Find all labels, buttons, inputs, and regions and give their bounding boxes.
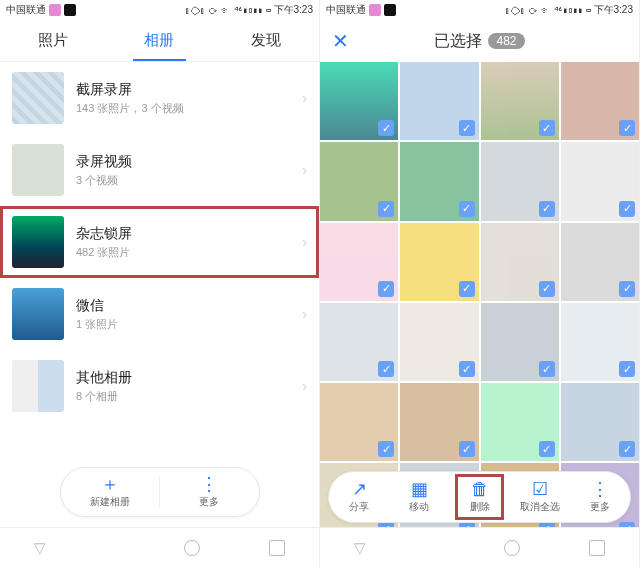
selected-check-icon: ✓ — [619, 522, 635, 528]
album-item[interactable]: 其他相册8 个相册› — [0, 350, 319, 422]
app-badge-icon — [369, 4, 381, 16]
nav-expand-icon[interactable]: ▽ — [34, 539, 46, 557]
deselect-all-button[interactable]: ☑ 取消全选 — [510, 472, 570, 522]
move-button[interactable]: ▦ 移动 — [389, 472, 449, 522]
top-tab-bar: 照片 相册 发现 — [0, 20, 319, 62]
album-name: 截屏录屏 — [76, 81, 290, 99]
photo-cell[interactable]: ✓ — [481, 62, 559, 140]
phone-right-selection-screen: 中国联通 ⫾◯⫾ ⟳ ᯤ ⁴⁶▮▯▮▮ ▭ 下午3:23 ✕ 已选择 482 ✓… — [320, 0, 640, 567]
album-thumbnail — [12, 144, 64, 196]
photo-cell[interactable]: ✓ — [320, 383, 398, 461]
album-thumbnail — [12, 288, 64, 340]
plus-icon: ＋ — [101, 475, 119, 493]
nav-recents-icon[interactable] — [589, 540, 605, 556]
album-subtitle: 1 张照片 — [76, 317, 290, 332]
carrier-label: 中国联通 — [326, 3, 366, 17]
album-item[interactable]: 微信1 张照片› — [0, 278, 319, 350]
tab-albums[interactable]: 相册 — [106, 21, 212, 60]
selected-check-icon: ✓ — [539, 441, 555, 457]
move-label: 移动 — [409, 500, 429, 514]
chevron-right-icon: › — [302, 306, 307, 322]
selected-check-icon: ✓ — [459, 361, 475, 377]
photo-cell[interactable]: ✓ — [481, 383, 559, 461]
album-thumbnail — [12, 360, 64, 412]
photo-cell[interactable]: ✓ — [400, 223, 478, 301]
album-subtitle: 482 张照片 — [76, 245, 290, 260]
photo-cell[interactable]: ✓ — [320, 142, 398, 220]
album-thumbnail — [12, 72, 64, 124]
photo-cell[interactable]: ✓ — [320, 223, 398, 301]
nav-expand-icon[interactable]: ▽ — [354, 539, 366, 557]
album-subtitle: 3 个视频 — [76, 173, 290, 188]
chevron-right-icon: › — [302, 162, 307, 178]
album-info: 微信1 张照片 — [76, 297, 290, 332]
photo-cell[interactable]: ✓ — [561, 142, 639, 220]
new-album-button[interactable]: ＋ 新建相册 — [61, 468, 160, 516]
photo-grid: ✓✓✓✓✓✓✓✓✓✓✓✓✓✓✓✓✓✓✓✓✓✓✓✓ — [320, 62, 639, 527]
more-button[interactable]: ⋮ 更多 — [570, 472, 630, 522]
selected-check-icon: ✓ — [619, 441, 635, 457]
album-info: 其他相册8 个相册 — [76, 369, 290, 404]
share-label: 分享 — [349, 500, 369, 514]
selected-check-icon: ✓ — [459, 120, 475, 136]
selected-check-icon: ✓ — [378, 281, 394, 297]
phone-left-albums-screen: 中国联通 ⫾◯⫾ ⟳ ᯤ ⁴⁶▮▯▮▮ ▭ 下午3:23 照片 相册 发现 截屏… — [0, 0, 320, 567]
photo-cell[interactable]: ✓ — [561, 303, 639, 381]
signal-battery-indicators: ⟳ ᯤ ⁴⁶▮▯▮▮ ▭ — [208, 5, 270, 16]
photo-cell[interactable]: ✓ — [481, 303, 559, 381]
delete-label: 删除 — [470, 500, 490, 514]
move-icon: ▦ — [411, 480, 428, 498]
album-subtitle: 8 个相册 — [76, 389, 290, 404]
selection-title: 已选择 482 — [362, 31, 597, 52]
system-nav-bar: ▽ — [0, 527, 319, 567]
album-list: 截屏录屏143 张照片，3 个视频›录屏视频3 个视频›杂志锁屏482 张照片›… — [0, 62, 319, 527]
new-album-label: 新建相册 — [90, 495, 130, 509]
tab-discover[interactable]: 发现 — [213, 21, 319, 60]
album-info: 杂志锁屏482 张照片 — [76, 225, 290, 260]
photo-cell[interactable]: ✓ — [400, 303, 478, 381]
selected-check-icon: ✓ — [619, 201, 635, 217]
nav-home-icon[interactable] — [184, 540, 200, 556]
photo-cell[interactable]: ✓ — [400, 62, 478, 140]
close-selection-button[interactable]: ✕ — [332, 29, 354, 53]
system-nav-bar: ▽ — [320, 527, 639, 567]
selected-check-icon: ✓ — [539, 281, 555, 297]
app-badge-icon — [64, 4, 76, 16]
delete-button[interactable]: 🗑 删除 — [449, 472, 509, 522]
photo-cell[interactable]: ✓ — [400, 142, 478, 220]
tab-photos[interactable]: 照片 — [0, 21, 106, 60]
more-label: 更多 — [199, 495, 219, 509]
photo-cell[interactable]: ✓ — [561, 223, 639, 301]
selected-check-icon: ✓ — [539, 201, 555, 217]
app-badge-icon — [384, 4, 396, 16]
selection-count-badge: 482 — [488, 33, 524, 49]
chevron-right-icon: › — [302, 234, 307, 250]
chevron-right-icon: › — [302, 378, 307, 394]
share-button[interactable]: ↗ 分享 — [329, 472, 389, 522]
photo-cell[interactable]: ✓ — [320, 303, 398, 381]
album-item[interactable]: 杂志锁屏482 张照片› — [0, 206, 319, 278]
photo-cell[interactable]: ✓ — [561, 62, 639, 140]
album-item[interactable]: 录屏视频3 个视频› — [0, 134, 319, 206]
nav-home-icon[interactable] — [504, 540, 520, 556]
photo-cell[interactable]: ✓ — [400, 383, 478, 461]
chevron-right-icon: › — [302, 90, 307, 106]
more-button[interactable]: ⋮ 更多 — [160, 468, 259, 516]
selected-check-icon: ✓ — [539, 361, 555, 377]
photo-cell[interactable]: ✓ — [561, 383, 639, 461]
selected-check-icon: ✓ — [459, 201, 475, 217]
more-dots-icon: ⋮ — [591, 480, 609, 498]
nav-recents-icon[interactable] — [269, 540, 285, 556]
selected-label: 已选择 — [434, 31, 482, 52]
album-info: 截屏录屏143 张照片，3 个视频 — [76, 81, 290, 116]
selected-check-icon: ✓ — [378, 201, 394, 217]
photo-cell[interactable]: ✓ — [481, 142, 559, 220]
selected-check-icon: ✓ — [539, 120, 555, 136]
selected-check-icon: ✓ — [619, 120, 635, 136]
album-item[interactable]: 截屏录屏143 张照片，3 个视频› — [0, 62, 319, 134]
selected-check-icon: ✓ — [619, 361, 635, 377]
photo-cell[interactable]: ✓ — [481, 223, 559, 301]
selection-action-bar: ↗ 分享 ▦ 移动 🗑 删除 ☑ 取消全选 ⋮ 更多 — [328, 471, 631, 523]
photo-cell[interactable]: ✓ — [320, 62, 398, 140]
album-info: 录屏视频3 个视频 — [76, 153, 290, 188]
